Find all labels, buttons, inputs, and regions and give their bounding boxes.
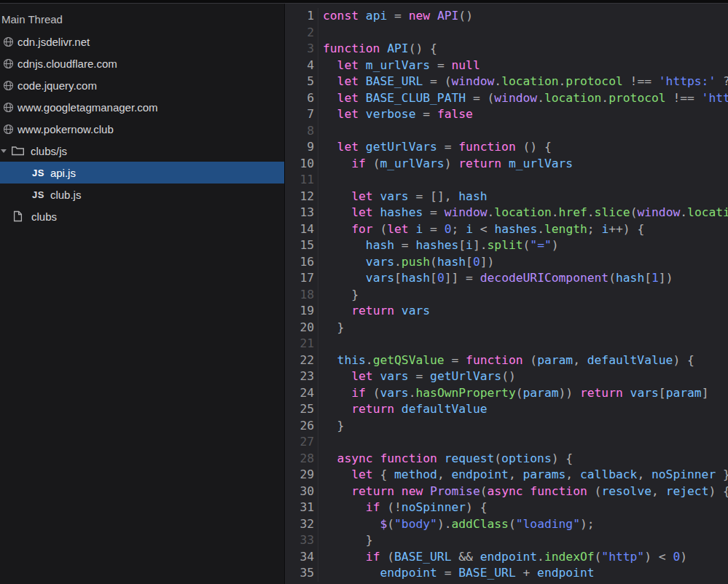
line-number[interactable]: 5 [285,74,318,90]
code-line-31[interactable]: 31 if (!noSpinner) { [285,500,728,516]
code-line-14[interactable]: 14 for (let i = 0; i < hashes.length; i+… [285,221,728,238]
code-line-25[interactable]: 25 return defaultValue [285,401,728,418]
code-line-3[interactable]: 3function API() { [285,41,728,58]
line-number[interactable]: 2 [285,25,318,42]
tree-item-label: club.js [50,189,82,201]
tree-item-cdn-jsdelivr-net[interactable]: cdn.jsdelivr.net [0,31,284,52]
code-line-7[interactable]: 7 let verbose = false [285,106,728,123]
code-text: let vars = getUrlVars() [318,368,516,385]
expand-caret-icon[interactable] [1,149,7,153]
code-text: if (m_urlVars) return m_urlVars [318,156,573,173]
folder-icon [11,145,25,157]
code-line-9[interactable]: 9 let getUrlVars = function () { [285,139,728,156]
tree-item-www-pokernow-club[interactable]: www.pokernow.club [0,118,284,140]
line-number[interactable]: 4 [285,58,318,74]
js-file-icon: JS [32,189,44,200]
line-number[interactable]: 6 [285,90,318,107]
line-number[interactable]: 3 [285,41,318,58]
line-number[interactable]: 14 [285,221,318,238]
line-number[interactable]: 11 [285,172,318,189]
code-text: hash = hashes[i].split("=") [318,237,559,254]
line-number[interactable]: 7 [285,106,318,123]
code-line-13[interactable]: 13 let hashes = window.location.href.sli… [285,205,728,221]
line-number[interactable]: 17 [285,270,318,287]
line-number[interactable]: 9 [285,139,318,156]
code-text: let verbose = false [318,106,473,123]
line-number[interactable]: 22 [285,352,318,369]
code-line-10[interactable]: 10 if (m_urlVars) return m_urlVars [285,156,728,173]
code-text: if (BASE_URL && endpoint.indexOf("http")… [318,549,687,566]
line-number[interactable]: 28 [285,451,318,467]
code-line-27[interactable]: 27 [285,434,728,451]
code-line-24[interactable]: 24 if (vars.hasOwnProperty(param)) retur… [285,385,728,402]
code-line-33[interactable]: 33 } [285,532,728,549]
code-line-6[interactable]: 6 let BASE_CLUB_PATH = (window.location.… [285,90,728,107]
line-number[interactable]: 30 [285,484,318,500]
code-line-26[interactable]: 26 } [285,418,728,435]
code-line-32[interactable]: 32 $("body").addClass("loading"); [285,516,728,533]
line-number[interactable]: 20 [285,320,318,336]
code-line-20[interactable]: 20 } [285,320,728,336]
code-line-17[interactable]: 17 vars[hash[0]] = decodeURIComponent(ha… [285,270,728,287]
code-line-28[interactable]: 28 async function request(options) { [285,451,728,467]
code-text: this.getQSValue = function (param, defau… [318,352,694,369]
code-line-35[interactable]: 35 endpoint = BASE_URL + endpoint [285,565,728,582]
code-line-15[interactable]: 15 hash = hashes[i].split("=") [285,237,728,254]
line-number[interactable]: 23 [285,368,318,385]
line-number[interactable]: 32 [285,516,318,533]
line-number[interactable]: 21 [285,336,318,352]
tree-item-label: api.js [50,167,76,179]
code-line-11[interactable]: 11 [285,172,728,189]
code-line-18[interactable]: 18 } [285,287,728,304]
code-line-1[interactable]: 1const api = new API() [285,8,728,25]
line-number[interactable]: 10 [285,156,318,173]
tree-item-club-js[interactable]: JSclub.js [0,184,284,205]
line-number[interactable]: 15 [285,237,318,254]
line-number[interactable]: 34 [285,549,318,566]
code-text [318,336,323,352]
tree-item-api-js[interactable]: JSapi.js [0,162,284,184]
code-line-22[interactable]: 22 this.getQSValue = function (param, de… [285,352,728,369]
line-number[interactable]: 18 [285,287,318,304]
line-number[interactable]: 33 [285,532,318,549]
tree-item-clubs-js[interactable]: clubs/js [0,140,284,162]
source-tree: cdn.jsdelivr.netcdnjs.cloudflare.comcode… [0,31,284,227]
code-line-8[interactable]: 8 [285,123,728,140]
code-text [318,172,323,189]
code-line-34[interactable]: 34 if (BASE_URL && endpoint.indexOf("htt… [285,549,728,566]
line-number[interactable]: 27 [285,434,318,451]
line-number[interactable]: 1 [285,8,318,25]
tree-item-code-jquery-com[interactable]: code.jquery.com [0,74,284,96]
line-number[interactable]: 19 [285,303,318,320]
code-text: async function request(options) { [318,451,573,467]
sources-sidebar: Main Thread cdn.jsdelivr.netcdnjs.cloudf… [0,4,284,584]
tree-item-label: code.jquery.com [17,79,97,92]
line-number[interactable]: 29 [285,467,318,484]
line-number[interactable]: 24 [285,385,318,402]
tree-item-label: www.pokernow.club [17,123,114,135]
tree-item-clubs[interactable]: clubs [0,205,284,227]
code-text: let BASE_CLUB_PATH = (window.location.pr… [318,90,728,107]
line-number[interactable]: 31 [285,500,318,516]
code-line-23[interactable]: 23 let vars = getUrlVars() [285,368,728,385]
code-line-19[interactable]: 19 return vars [285,303,728,320]
line-number[interactable]: 16 [285,254,318,271]
line-number[interactable]: 12 [285,189,318,205]
code-line-21[interactable]: 21 [285,336,728,352]
code-line-2[interactable]: 2 [285,25,728,42]
line-number[interactable]: 35 [285,565,318,582]
tree-item-www-googletagmanager-com[interactable]: www.googletagmanager.com [0,96,284,118]
code-line-5[interactable]: 5 let BASE_URL = (window.location.protoc… [285,74,728,90]
code-line-30[interactable]: 30 return new Promise(async function (re… [285,484,728,500]
line-number[interactable]: 26 [285,418,318,435]
line-number[interactable]: 25 [285,401,318,418]
code-line-29[interactable]: 29 let { method, endpoint, params, callb… [285,467,728,484]
code-line-4[interactable]: 4 let m_urlVars = null [285,58,728,74]
code-line-16[interactable]: 16 vars.push(hash[0]) [285,254,728,271]
code-text [318,123,323,140]
tree-item-label: www.googletagmanager.com [17,101,158,114]
line-number[interactable]: 13 [285,205,318,221]
tree-item-cdnjs-cloudflare-com[interactable]: cdnjs.cloudflare.com [0,52,284,74]
code-line-12[interactable]: 12 let vars = [], hash [285,189,728,205]
line-number[interactable]: 8 [285,123,318,140]
